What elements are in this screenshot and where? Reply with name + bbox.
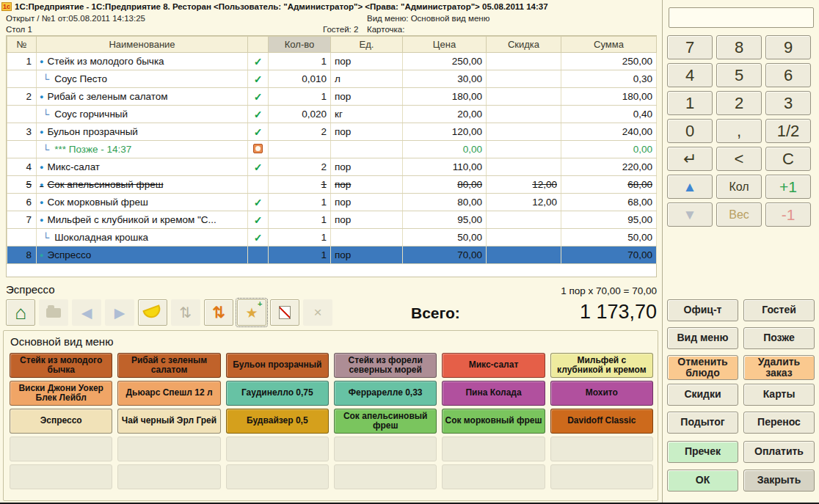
- plus-one-key[interactable]: +1: [765, 175, 811, 199]
- clear-key[interactable]: C: [765, 147, 811, 171]
- enter-key[interactable]: ↵: [667, 147, 713, 171]
- quantity-key[interactable]: Кол: [716, 175, 762, 199]
- menu-item-button[interactable]: Гаудинелло 0,75: [226, 381, 329, 406]
- backspace-key[interactable]: <: [716, 147, 762, 171]
- up-arrow-key[interactable]: ▲: [667, 175, 713, 199]
- item-discount: [487, 53, 561, 70]
- item-name: ●Мильфей с клубникой и кремом "С...: [37, 211, 248, 229]
- menu-view-button[interactable]: Вид меню: [667, 327, 738, 349]
- row-number: 4: [7, 158, 37, 176]
- digit-9-key[interactable]: 9: [765, 35, 811, 59]
- order-row[interactable]: 1●Стейк из молодого бычка✓1пор250,00250,…: [7, 53, 657, 70]
- item-price: 95,00: [403, 211, 487, 229]
- digit-5-key[interactable]: 5: [716, 63, 762, 87]
- menu-grid: Стейк из молодого бычкаРибай с зеленым с…: [10, 353, 653, 489]
- order-row[interactable]: 7●Мильфей с клубникой и кремом "С...✓1по…: [7, 211, 657, 229]
- delete-order-button[interactable]: Удалить заказ: [743, 355, 815, 380]
- precheck-button[interactable]: Пречек: [667, 441, 738, 463]
- digit-0-key[interactable]: 0: [667, 119, 713, 143]
- menu-item-button[interactable]: Бульон прозрачный: [226, 353, 329, 378]
- menu-item-button[interactable]: Сок апельсиновый фреш: [334, 409, 437, 434]
- reorder-button[interactable]: [204, 299, 233, 326]
- item-name: ●Бульон прозрачный: [37, 123, 248, 141]
- order-row[interactable]: 8●Эспрессо1пор70,0070,00: [7, 246, 657, 264]
- item-discount: [487, 229, 561, 246]
- menu-item-button[interactable]: Сок морковный фреш: [442, 409, 545, 434]
- selected-item-label: Эспрессо: [6, 283, 55, 296]
- column-header-price: Цена: [403, 37, 487, 53]
- item-check: ✓: [248, 158, 269, 176]
- order-row[interactable]: └Соус горчичный✓0,020кг20,000,40: [7, 106, 657, 123]
- digit-6-key[interactable]: 6: [765, 63, 811, 87]
- guests-button[interactable]: Гостей: [743, 299, 815, 321]
- item-discount: [487, 123, 561, 141]
- pay-button[interactable]: Оплатить: [743, 441, 815, 463]
- order-row[interactable]: 4●Микс-салат✓2пор110,00220,00: [7, 158, 657, 176]
- transfer-button[interactable]: Перенос: [743, 412, 815, 434]
- menu-empty-slot: [10, 437, 112, 461]
- digit-8-key[interactable]: 8: [716, 35, 762, 59]
- digit-4-key[interactable]: 4: [667, 63, 713, 87]
- comma-key[interactable]: ,: [716, 119, 762, 143]
- menu-item-button[interactable]: Davidoff Classic: [550, 409, 653, 434]
- order-row[interactable]: └Шоколадная крошка✓150,0050,00: [7, 229, 657, 246]
- ok-button[interactable]: ОК: [667, 470, 738, 492]
- menu-item-button[interactable]: Эспрессо: [10, 409, 112, 434]
- item-qty: 2: [269, 158, 331, 176]
- menu-item-button[interactable]: Дьюарс Спешл 12 л: [117, 381, 220, 406]
- item-unit: кг: [331, 106, 403, 123]
- row-number: 6: [7, 194, 37, 211]
- item-discount: [487, 211, 561, 229]
- menu-item-button[interactable]: Стейк из форели северных морей: [334, 353, 437, 378]
- home-button[interactable]: [6, 299, 35, 326]
- item-qty: 1: [269, 211, 331, 229]
- menu-item-button[interactable]: Мохито: [550, 381, 653, 406]
- waiter-button[interactable]: Офиц-т: [667, 299, 738, 321]
- menu-item-button[interactable]: Микс-салат: [442, 353, 545, 378]
- menu-item-button[interactable]: Виски Джони Уокер Блек Лейбл: [10, 381, 112, 406]
- menu-empty-slot: [117, 464, 220, 489]
- quantity-calc-line: 1 пор x 70,00 = 70,00: [561, 285, 657, 296]
- digit-3-key[interactable]: 3: [765, 91, 811, 115]
- item-sum: 70,00: [561, 246, 657, 264]
- item-unit: л: [331, 70, 403, 88]
- menu-item-button[interactable]: Мильфей с клубникой и кремом: [550, 353, 653, 378]
- digit-7-key[interactable]: 7: [667, 35, 713, 59]
- order-row[interactable]: 3●Бульон прозрачный✓2пор120,00240,00: [7, 123, 657, 141]
- order-row[interactable]: 5●Сок апельсиновый фреш1пор80,0012,0068,…: [7, 176, 657, 194]
- item-qty: 1: [269, 229, 331, 246]
- item-unit: пор: [331, 194, 403, 211]
- lemon-icon: [142, 304, 162, 320]
- item-price: 0,00: [403, 141, 487, 158]
- close-button[interactable]: Закрыть: [743, 470, 815, 492]
- menu-item-button[interactable]: Рибай с зеленым салатом: [117, 353, 220, 378]
- half-key[interactable]: 1/2: [765, 119, 811, 143]
- sub-item-corner-icon: └: [43, 109, 49, 120]
- discounts-button[interactable]: Скидки: [667, 384, 738, 406]
- order-row[interactable]: 6●Сок морковный фреш✓1пор80,0012,0068,00: [7, 194, 657, 211]
- lemon-button[interactable]: [138, 299, 167, 326]
- subtotal-button[interactable]: Подытог: [667, 412, 738, 434]
- close-x-button: [303, 299, 332, 326]
- later-button[interactable]: Позже: [743, 327, 815, 349]
- digit-2-key[interactable]: 2: [716, 91, 762, 115]
- item-bullet-icon: ●: [40, 216, 43, 224]
- order-row[interactable]: 2●Рибай с зеленым салатом✓1пор180,00180,…: [7, 88, 657, 106]
- digit-1-key[interactable]: 1: [667, 91, 713, 115]
- menu-item-button[interactable]: Чай черный Эрл Грей: [117, 409, 220, 434]
- item-name-text: Соус Песто: [54, 73, 107, 84]
- menu-item-button[interactable]: Пина Колада: [442, 381, 545, 406]
- no-edit-button[interactable]: [270, 299, 299, 326]
- order-row[interactable]: └Соус Песто✓0,010л30,000,30: [7, 70, 657, 88]
- item-discount: [487, 70, 561, 88]
- order-row[interactable]: └*** Позже - 14:370,000,00: [7, 141, 657, 158]
- close-x-icon: [313, 304, 321, 321]
- numpad-display-input[interactable]: [669, 7, 814, 28]
- menu-item-button[interactable]: Феррарелле 0,33: [334, 381, 437, 406]
- cancel-dish-button[interactable]: Отменить блюдо: [667, 355, 738, 380]
- menu-item-button[interactable]: Будвайзер 0,5: [226, 409, 329, 434]
- menu-group-title: Основной вид меню: [10, 335, 113, 348]
- cards-button[interactable]: Карты: [743, 384, 815, 406]
- star-button[interactable]: [237, 299, 266, 326]
- menu-item-button[interactable]: Стейк из молодого бычка: [10, 353, 112, 378]
